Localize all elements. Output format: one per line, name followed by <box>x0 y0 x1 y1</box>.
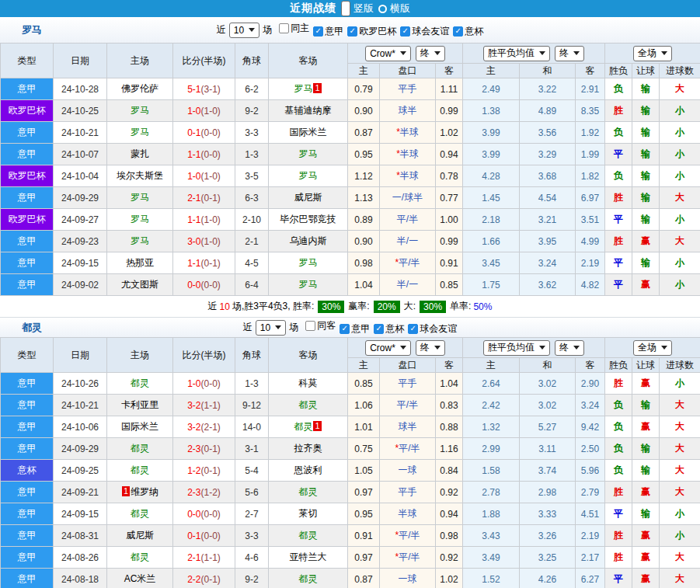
filter-checkbox[interactable]: 球会友谊 <box>400 25 449 38</box>
layout-radio-horizontal[interactable]: 横版 <box>378 2 410 16</box>
matches-table-roma: 类型 日期 主场 比分(半场) 角球 客场 Crow* 终 胜平负均值 终 全场 <box>0 43 700 296</box>
layout-radio-vertical[interactable]: 竖版 <box>341 1 374 16</box>
home-odds-cell: 0.97 <box>348 482 380 503</box>
away-odds-cell: 0.91 <box>436 252 463 274</box>
handicap-line: 球半 <box>399 105 417 116</box>
home-odds-cell: 0.85 <box>348 373 380 395</box>
corner-cell: 6-3 <box>235 187 269 209</box>
full-time-score: 3-2 <box>187 400 200 411</box>
score-cell: 1-1(0-0) <box>173 144 235 165</box>
match-row: 意甲 24-08-26 都灵 2-1(1-1) 4-6 亚特兰大 0.97 *平… <box>1 547 700 569</box>
filter-checkbox[interactable]: 欧罗巴杯 <box>347 25 396 38</box>
home-odds-cell: 0.91 <box>348 525 380 547</box>
team-section-header-torino: 都灵 近 10 场 同客意甲意杯球会友谊 <box>0 318 700 337</box>
home-team-cell: 罗马 <box>107 187 173 209</box>
mean-draw-cell: 3.02 <box>520 373 576 395</box>
full-time-score: 2-1 <box>187 193 200 204</box>
away-team-name: 基辅迪纳摩 <box>285 105 332 116</box>
away-team-cell: 都灵1 <box>269 416 348 438</box>
odds-time-select[interactable]: 终 <box>416 340 445 356</box>
handicap-cell: 一球 <box>380 460 436 482</box>
home-team-cell: 热那亚 <box>107 252 173 274</box>
home-team-name: 罗马 <box>131 214 149 224</box>
home-team-name: 威尼斯 <box>126 530 154 541</box>
home-odds-cell: 1.05 <box>348 460 380 482</box>
away-odds-cell: 0.85 <box>436 274 463 296</box>
scope-select[interactable]: 全场 <box>633 46 672 61</box>
home-odds-cell: 0.97 <box>348 547 380 569</box>
home-team-name: 卡利亚里 <box>121 399 158 410</box>
home-team-cell: 罗马 <box>107 209 173 231</box>
rank-badge: 1 <box>313 83 321 93</box>
handicap-line: 平/半 <box>397 399 418 410</box>
mean-away-cell: 5.96 <box>576 460 605 482</box>
filter-checkbox-label: 意杯 <box>385 322 404 336</box>
filter-checkbox[interactable]: 意杯 <box>453 25 483 38</box>
match-count-select[interactable]: 10 <box>256 320 286 336</box>
mean-home-cell: 1.66 <box>463 231 520 252</box>
away-team-name: 都灵 <box>299 530 318 541</box>
filter-checkbox[interactable]: 意杯 <box>374 322 404 336</box>
home-team-cell: 佛罗伦萨 <box>107 78 173 100</box>
home-odds-cell: 0.87 <box>348 122 380 144</box>
home-team-name: 热那亚 <box>126 257 154 268</box>
mean-time-select[interactable]: 终 <box>555 46 584 61</box>
summary-text: 近 <box>208 300 218 313</box>
handicap-line: 一球 <box>399 464 417 475</box>
checkbox-checked-icon <box>313 26 323 37</box>
goals-result-cell: 大 <box>660 231 700 252</box>
goals-result-cell: 小 <box>660 503 700 525</box>
scope-select[interactable]: 全场 <box>633 340 672 356</box>
odds-time-select[interactable]: 终 <box>416 46 445 61</box>
league-type-cell: 意甲 <box>1 122 54 144</box>
score-cell: 0-0(0-0) <box>173 503 235 525</box>
filter-checkbox[interactable]: 意甲 <box>313 25 343 38</box>
home-odds-cell: 1.13 <box>348 187 380 209</box>
away-odds-cell: 0.99 <box>436 231 463 252</box>
summary-bar-roma: 近10场,胜3平4负3, 胜率: 30% 赢率: 20% 大: 30% 单率:5… <box>0 296 700 318</box>
result-cell: 平 <box>605 569 632 588</box>
mean-draw-cell: 3.21 <box>520 209 576 231</box>
filter-checkbox[interactable]: 意甲 <box>340 322 370 336</box>
odds-company-select[interactable]: Crow* <box>365 46 411 61</box>
away-team-name: 毕尔巴鄂竞技 <box>280 214 336 224</box>
mean-time-select[interactable]: 终 <box>555 340 584 356</box>
goals-result-cell: 小 <box>660 252 700 274</box>
match-date-cell: 24-10-04 <box>54 165 107 187</box>
mean-draw-cell: 2.98 <box>520 482 576 503</box>
goals-result-cell: 大 <box>660 416 700 438</box>
away-team-cell: 罗马 <box>269 165 348 187</box>
col-corner-header: 角球 <box>235 43 269 78</box>
summary-text: 单率: <box>450 300 471 313</box>
away-team-name: 莱切 <box>299 508 318 519</box>
league-type-cell: 意甲 <box>1 274 54 296</box>
match-date-cell: 24-09-02 <box>54 274 107 296</box>
league-type-cell: 意甲 <box>1 187 54 209</box>
filter-checkbox[interactable]: 同主 <box>279 22 309 35</box>
home-team-cell: 1维罗纳 <box>107 482 173 503</box>
mean-odds-group-header: 胜平负均值 终 <box>463 43 605 64</box>
handicap-result-header: 让球 <box>632 64 660 78</box>
half-time-score: (1-0) <box>201 236 221 247</box>
result-cell: 负 <box>605 78 632 100</box>
odds-company-select[interactable]: Crow* <box>365 340 411 356</box>
filter-checkbox[interactable]: 球会友谊 <box>408 322 457 336</box>
mean-away-cell: 2.19 <box>576 252 605 274</box>
match-date-cell: 24-10-06 <box>54 416 107 438</box>
handicap-cell: *平/半 <box>380 252 436 274</box>
match-date-cell: 24-09-21 <box>54 482 107 503</box>
mean-odds-select[interactable]: 胜平负均值 <box>483 340 550 356</box>
col-score-header: 比分(半场) <box>173 43 235 78</box>
score-cell: 1-1(0-1) <box>173 252 235 274</box>
handicap-line: 球半 <box>399 421 417 432</box>
odds-home-header: 主 <box>348 64 380 78</box>
league-type-cell: 欧罗巴杯 <box>1 209 54 231</box>
mean-odds-select[interactable]: 胜平负均值 <box>483 46 550 61</box>
away-odds-cell: 0.99 <box>436 100 463 122</box>
filter-bar-roma: 近 10 场 同主意甲欧罗巴杯球会友谊意杯 <box>217 22 483 38</box>
away-team-cell: 乌迪内斯 <box>269 231 348 252</box>
filter-checkbox[interactable]: 同客 <box>305 319 336 332</box>
col-home-header: 主场 <box>107 338 173 373</box>
match-count-select[interactable]: 10 <box>229 23 259 38</box>
full-time-score: 1-1 <box>187 258 200 269</box>
